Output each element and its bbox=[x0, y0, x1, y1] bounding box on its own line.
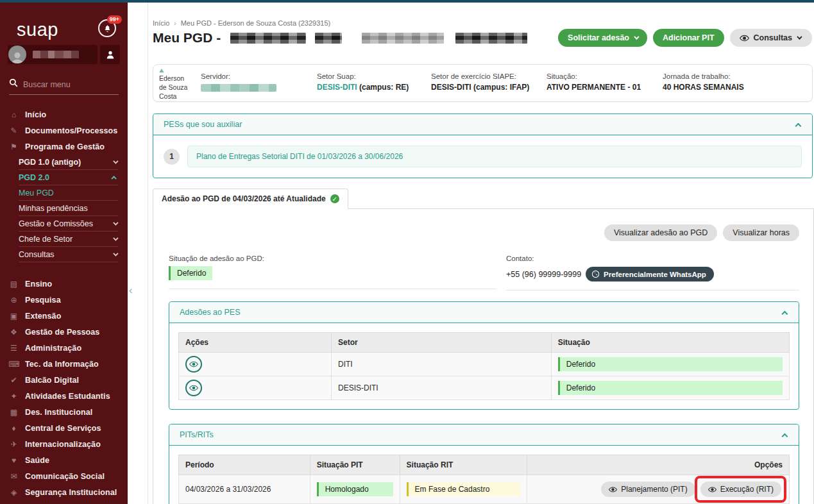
chevron-down-icon bbox=[797, 34, 802, 39]
sidebar-item-gestao-pessoas[interactable]: ❖Gestão de Pessoas bbox=[0, 324, 128, 340]
sidebar-item-tec-informacao[interactable]: ⌨Tec. da Informação bbox=[0, 356, 128, 372]
chevron-up-icon bbox=[795, 122, 801, 129]
sidebar-menu: ⌂Início ✎Documentos/Processos ⚑Programa … bbox=[0, 106, 128, 504]
view-adesao-button[interactable] bbox=[185, 356, 202, 373]
notification-count-badge: 99+ bbox=[107, 15, 122, 24]
field-situacao: Situação: ATIVO PERMANENTE - 01 bbox=[547, 72, 641, 92]
table-row: DITI Deferido bbox=[179, 353, 790, 376]
solicitar-adesao-button[interactable]: Solicitar adesão bbox=[558, 29, 647, 47]
sidebar-item-ensino[interactable]: ▤Ensino bbox=[0, 276, 128, 292]
visualizar-horas-button[interactable]: Visualizar horas bbox=[723, 224, 799, 241]
sidebar-item-consultas[interactable]: Consultas bbox=[19, 247, 118, 262]
suap-logo: suap bbox=[17, 19, 58, 40]
sidebar-item-documentos[interactable]: ✎Documentos/Processos bbox=[0, 122, 128, 139]
setor-suap-link[interactable]: DESIS-DITI bbox=[317, 83, 357, 92]
chevron-up-icon bbox=[781, 310, 788, 317]
sidebar-item-programa-gestao[interactable]: ⚑Programa de Gestão bbox=[0, 139, 128, 155]
sidebar-item-gestao-comissoes[interactable]: Gestão e Comissões bbox=[19, 216, 118, 231]
sidebar-item-central-servicos[interactable]: ♦Central de Serviços bbox=[0, 420, 128, 436]
sidebar-item-saude[interactable]: ♥Saúde bbox=[0, 452, 128, 468]
sidebar-collapse-handle[interactable]: ‹ bbox=[129, 284, 133, 297]
user-menu-button[interactable] bbox=[100, 45, 120, 64]
breadcrumb-separator: › bbox=[174, 20, 176, 27]
search-input[interactable] bbox=[9, 80, 119, 89]
status-badge-homologado: Homologado bbox=[317, 482, 393, 496]
teaching-icon: ▤ bbox=[8, 280, 19, 289]
list-icon: ☰ bbox=[8, 344, 19, 353]
whatsapp-badge: Preferencialmente WhatsApp bbox=[586, 267, 714, 281]
whatsapp-icon bbox=[591, 270, 600, 278]
people-icon: ❖ bbox=[8, 328, 19, 337]
sidebar-item-balcao-digital[interactable]: ✔Balcão Digital bbox=[0, 372, 128, 388]
person-icon bbox=[106, 50, 115, 59]
redacted-servidor-name bbox=[201, 84, 276, 92]
breadcrumb: Início › Meu PGD - Ederson de Souza Cost… bbox=[153, 19, 814, 27]
sidebar-item-seguranca-institucional[interactable]: ◈Segurança Institucional bbox=[0, 484, 128, 500]
divider bbox=[169, 289, 496, 289]
page-title: Meu PGD - bbox=[153, 30, 221, 46]
status-badge-deferido: Deferido bbox=[558, 381, 783, 395]
profile-name-button[interactable] bbox=[8, 45, 98, 64]
sidebar-item-internacionalizacao[interactable]: ✈Internacionalização bbox=[0, 436, 128, 452]
breadcrumb-home[interactable]: Início bbox=[153, 19, 169, 27]
sidebar-item-des-institucional[interactable]: ▦Des. Institucional bbox=[0, 404, 128, 420]
sidebar-item-administracao[interactable]: ☰Administração bbox=[0, 340, 128, 356]
tab-adesao-pgd[interactable]: Adesão ao PGD de 04/03/2026 até Atualida… bbox=[153, 189, 348, 209]
planejamento-pit-button[interactable]: Planejamento (PIT) bbox=[601, 482, 695, 497]
contato-block: Contato: +55 (96) 99999-9999 Preferencia… bbox=[506, 255, 799, 290]
sidebar-item-extensao[interactable]: ▣Extensão bbox=[0, 308, 128, 324]
pes-auxiliar-panel-header[interactable]: PESs que sou auxiliar bbox=[153, 114, 812, 135]
execucao-rit-button[interactable]: Execução (RIT) bbox=[700, 482, 781, 497]
sidebar: suap 99+ ⌂Início ✎Documentos/Processos bbox=[0, 0, 128, 504]
col-header-acoes: Ações bbox=[179, 333, 332, 353]
redacted-title-segment bbox=[362, 33, 444, 44]
shield-icon: ◈ bbox=[8, 488, 19, 497]
research-icon: ⊕ bbox=[8, 296, 19, 305]
sidebar-item-gerenciador-projetos[interactable]: ⚒Gerenciador de Projetos bbox=[0, 500, 128, 504]
pes-plan-link[interactable]: Plano de Entregas Setorial DITI de 01/03… bbox=[187, 146, 802, 167]
visualizar-adesao-button[interactable]: Visualizar adesão ao PGD bbox=[604, 224, 717, 241]
sidebar-item-chefe-setor[interactable]: Chefe de Setor bbox=[19, 231, 118, 247]
chart-icon: ▦ bbox=[8, 408, 19, 417]
status-badge-deferido: Deferido bbox=[169, 266, 212, 280]
adesoes-pes-table: Ações Setor Situação DITI Deferido bbox=[178, 332, 790, 400]
view-adesao-button[interactable] bbox=[185, 380, 202, 396]
breadcrumb-current: Meu PGD - Ederson de Souza Costa (232931… bbox=[181, 19, 331, 27]
chevron-down-icon bbox=[634, 34, 639, 39]
bell-icon bbox=[103, 24, 112, 33]
chevron-down-icon bbox=[113, 158, 118, 164]
service-bell-icon: ♦ bbox=[8, 424, 19, 433]
sidebar-item-inicio[interactable]: ⌂Início bbox=[0, 106, 128, 122]
status-badge-deferido: Deferido bbox=[558, 357, 783, 371]
eye-icon bbox=[740, 35, 749, 42]
sidebar-item-pgd1[interactable]: PGD 1.0 (antigo) bbox=[19, 155, 118, 170]
contato-phone: +55 (96) 99999-9999 bbox=[506, 270, 581, 279]
chevron-down-icon bbox=[113, 235, 118, 240]
status-badge-em-fase-cadastro: Em Fase de Cadastro bbox=[407, 482, 520, 496]
field-servidor: Servidor: bbox=[201, 72, 276, 94]
sidebar-item-pgd2[interactable]: PGD 2.0 bbox=[19, 170, 118, 185]
sidebar-item-minhas-pendencias[interactable]: Minhas pendências bbox=[19, 201, 118, 216]
plane-icon: ✈ bbox=[8, 440, 19, 449]
pes-auxiliar-panel: PESs que sou auxiliar 1 Plano de Entrega… bbox=[153, 113, 813, 178]
sidebar-item-atividades-estudantis[interactable]: ✦Atividades Estudantis bbox=[0, 388, 128, 404]
sidebar-item-comunicacao-social[interactable]: ✉Comunicação Social bbox=[0, 468, 128, 484]
pits-rits-panel-header[interactable]: PITs/RITs bbox=[169, 424, 799, 446]
field-setor-siape: Setor de exercício SIAPE: DESIS-DITI (ca… bbox=[431, 72, 529, 92]
panel-title: PESs que sou auxiliar bbox=[164, 120, 242, 129]
adesoes-pes-panel-header[interactable]: Adesões ao PES bbox=[169, 302, 799, 323]
notifications-button[interactable]: 99+ bbox=[98, 19, 116, 37]
consultas-button[interactable]: Consultas bbox=[730, 29, 812, 47]
broken-image-icon: ⛰ bbox=[159, 68, 192, 74]
chat-icon: ✉ bbox=[8, 472, 19, 481]
document-icon: ✎ bbox=[8, 126, 19, 135]
sidebar-item-pesquisa[interactable]: ⊕Pesquisa bbox=[0, 292, 128, 308]
col-header-situacao-pit: Situação PIT bbox=[310, 455, 400, 475]
adicionar-pit-button[interactable]: Adicionar PIT bbox=[653, 29, 724, 47]
briefcase-icon: ▣ bbox=[8, 312, 19, 321]
table-row: DESIS-DITI Deferido bbox=[179, 376, 790, 400]
redacted-title-segment bbox=[315, 33, 342, 44]
field-jornada: Jornada de trabalho: 40 HORAS SEMANAIS bbox=[663, 72, 744, 92]
sidebar-item-meu-pgd[interactable]: Meu PGD bbox=[19, 185, 118, 201]
heart-icon: ♥ bbox=[8, 456, 19, 465]
